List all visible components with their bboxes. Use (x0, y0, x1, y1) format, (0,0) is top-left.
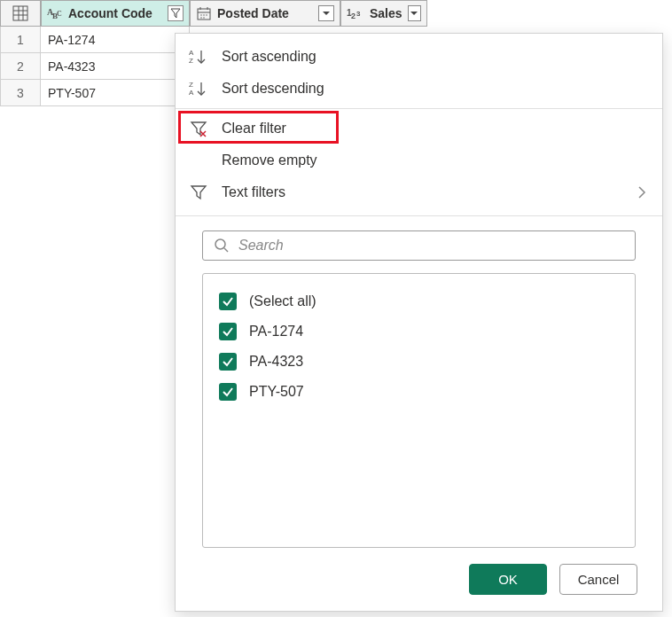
chevron-right-icon (637, 185, 646, 199)
column-header-label: Account Code (68, 6, 152, 20)
check-label: PA-1274 (249, 324, 303, 340)
checkbox-checked-icon[interactable] (219, 323, 237, 340)
search-container (176, 220, 662, 273)
cell-account-code[interactable]: PA-4323 (41, 53, 190, 80)
search-input[interactable] (238, 238, 624, 254)
cell-account-code[interactable]: PA-1274 (41, 27, 190, 53)
text-filters-item[interactable]: Text filters (176, 176, 662, 208)
check-label: PTY-507 (249, 384, 304, 400)
svg-point-13 (200, 14, 201, 15)
column-header-label: Sales (370, 6, 402, 20)
text-type-icon: ABC (47, 6, 63, 20)
search-icon (214, 238, 230, 254)
menu-label: Sort ascending (222, 49, 646, 65)
sort-descending-item[interactable]: ZA Sort descending (176, 73, 662, 105)
column-header-posted-date[interactable]: Posted Date (190, 0, 340, 27)
svg-point-14 (203, 14, 204, 15)
sort-ascending-item[interactable]: AZ Sort ascending (176, 41, 662, 73)
svg-text:Z: Z (189, 81, 193, 89)
menu-divider (176, 215, 662, 216)
menu-label: Clear filter (222, 121, 646, 137)
svg-point-16 (200, 17, 201, 18)
svg-text:C: C (57, 10, 62, 18)
svg-text:3: 3 (356, 10, 361, 18)
check-label: (Select all) (249, 293, 316, 309)
svg-text:A: A (189, 89, 194, 97)
column-header-account-code[interactable]: ABC Account Code (41, 0, 190, 27)
menu-divider (176, 108, 662, 109)
svg-text:Z: Z (189, 57, 193, 65)
dialog-footer: OK Cancel (176, 548, 662, 611)
svg-line-30 (224, 248, 228, 252)
dropdown-button[interactable] (408, 5, 421, 21)
dropdown-button[interactable] (318, 5, 334, 21)
number-type-icon: 123 (347, 6, 364, 20)
checkbox-checked-icon[interactable] (219, 353, 237, 371)
ok-button[interactable]: OK (469, 564, 547, 595)
menu-label: Text filters (222, 184, 625, 200)
svg-text:2: 2 (351, 12, 356, 20)
search-box[interactable] (202, 230, 636, 261)
cancel-button[interactable]: Cancel (559, 564, 637, 595)
filter-values-list[interactable]: (Select all) PA-1274 PA-4323 PTY-507 (202, 273, 636, 548)
check-item[interactable]: PA-4323 (219, 347, 619, 377)
cell-account-code[interactable]: PTY-507 (41, 80, 190, 106)
check-label: PA-4323 (249, 354, 303, 370)
column-header-label: Posted Date (217, 6, 289, 20)
svg-point-15 (206, 14, 207, 15)
date-type-icon (196, 6, 212, 20)
svg-point-29 (215, 239, 225, 249)
filter-icon (188, 183, 209, 202)
row-number: 2 (0, 53, 41, 80)
filter-menu-popup: AZ Sort ascending ZA Sort descending Cle… (175, 33, 663, 612)
svg-text:A: A (189, 49, 194, 57)
filter-active-button[interactable] (168, 5, 184, 21)
column-header-sales[interactable]: 123 Sales (340, 0, 427, 27)
checkbox-checked-icon[interactable] (219, 383, 237, 401)
table-header-row: ABC Account Code Posted Date 123 Sales (0, 0, 672, 27)
remove-empty-item[interactable]: Remove empty (176, 144, 662, 176)
clear-filter-icon (188, 119, 209, 138)
svg-point-17 (203, 17, 204, 18)
check-item[interactable]: PA-1274 (219, 316, 619, 347)
menu-label: Remove empty (222, 152, 646, 168)
check-item-select-all[interactable]: (Select all) (219, 286, 619, 316)
clear-filter-item[interactable]: Clear filter (176, 113, 662, 144)
check-item[interactable]: PTY-507 (219, 377, 619, 407)
row-number: 3 (0, 80, 41, 106)
svg-rect-0 (13, 6, 27, 20)
sort-filter-menu: AZ Sort ascending ZA Sort descending Cle… (176, 34, 662, 212)
sort-asc-icon: AZ (188, 47, 209, 66)
row-number: 1 (0, 27, 41, 53)
menu-label: Sort descending (222, 81, 646, 97)
table-corner-cell[interactable] (0, 0, 41, 27)
placeholder-icon (188, 151, 209, 170)
table-icon (10, 4, 31, 23)
sort-desc-icon: ZA (188, 79, 209, 98)
checkbox-checked-icon[interactable] (219, 293, 237, 310)
